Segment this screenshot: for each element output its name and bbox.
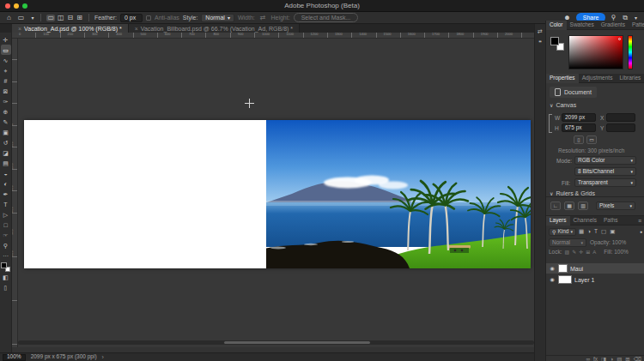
lock-pixels-icon[interactable]: ✎ (572, 250, 576, 255)
eyedropper-tool[interactable]: ✑ (1, 96, 11, 106)
rulers-grids-section-header[interactable]: ∨ Rulers & Grids (550, 190, 595, 196)
eraser-tool[interactable]: ◪ (1, 147, 11, 158)
style-select[interactable]: Normal ▾ (201, 14, 234, 22)
select-and-mask-button[interactable]: Select and Mask... (294, 13, 359, 22)
delete-layer-icon[interactable]: ⌫ (634, 357, 641, 361)
guides-toggle-icon[interactable]: ▥ (578, 202, 588, 210)
gradient-tool[interactable]: ▤ (1, 158, 11, 168)
color-mode-select[interactable]: RGB Color ▾ (574, 156, 636, 165)
rulers-toggle-icon[interactable]: ∟ (550, 202, 561, 210)
document-canvas[interactable] (24, 120, 531, 268)
intersect-selection-icon[interactable]: ⊞ (76, 15, 83, 21)
link-dimensions-bracket[interactable] (549, 114, 552, 133)
tab-layers-layers[interactable]: Layers (546, 216, 570, 226)
layer-row[interactable]: ◉Maui (546, 263, 644, 274)
document-tab[interactable]: ×Vacation_Ad.psd @ 100% (RGB/8) * (12, 24, 129, 33)
horizontal-ruler[interactable]: 0100200300400500600700800900100011001200… (12, 33, 534, 39)
canvas-area[interactable] (18, 39, 534, 347)
blur-tool[interactable]: ◒ (1, 168, 11, 178)
tab-layers-paths[interactable]: Paths (600, 216, 622, 226)
layer-filter-select[interactable]: ⚲ Kind ▾ (549, 228, 576, 236)
shape-filter-icon[interactable]: ▢ (600, 229, 607, 235)
pixel-filter-icon[interactable]: ▦ (578, 229, 585, 235)
layer-group-icon[interactable]: ▧ (617, 357, 622, 361)
opacity-control[interactable]: Opacity: 100% (590, 240, 626, 246)
type-filter-icon[interactable]: T (593, 229, 598, 235)
screen-mode-button[interactable]: ▯ (1, 282, 11, 292)
pen-tool[interactable]: ✒ (1, 189, 11, 199)
tool-preset-caret-icon[interactable]: ▾ (29, 15, 35, 21)
layer-effects-icon[interactable]: fx (593, 357, 598, 361)
lock-position-icon[interactable]: ✛ (579, 250, 583, 255)
canvas-height-input[interactable]: 675 px (562, 123, 596, 132)
fill-control[interactable]: Fill: 100% (604, 250, 629, 256)
healing-brush-tool[interactable]: ⊕ (1, 106, 11, 117)
anti-alias-checkbox[interactable] (146, 15, 151, 21)
adjustment-filter-icon[interactable]: ◑ (586, 229, 592, 235)
feather-input[interactable]: 0 px (120, 14, 143, 22)
layer-visibility-icon[interactable]: ◉ (549, 277, 556, 282)
rectangle-tool[interactable]: □ (1, 220, 11, 230)
lock-transparency-icon[interactable]: ▨ (565, 250, 570, 255)
add-to-selection-icon[interactable]: ◫ (57, 15, 65, 21)
tab-prop-adjustments[interactable]: Adjustments (579, 74, 617, 83)
layer-mask-thumbnail[interactable] (558, 264, 568, 273)
hand-tool[interactable]: ☞ (1, 230, 11, 240)
canvas-width-input[interactable]: 2099 px (562, 113, 596, 122)
new-selection-icon[interactable]: ▭ (46, 15, 55, 21)
tool-preset-marquee-icon[interactable]: ▭ (16, 15, 27, 21)
dodge-tool[interactable]: ◐ (1, 178, 11, 189)
crop-tool[interactable]: # (1, 75, 11, 86)
close-tab-icon[interactable]: × (135, 26, 138, 32)
layer-thumbnail[interactable] (558, 275, 572, 284)
subtract-from-selection-icon[interactable]: ⊟ (67, 15, 75, 21)
layer-mask-icon[interactable]: ◨ (601, 357, 606, 361)
comments-icon[interactable]: ❝ (538, 39, 542, 45)
portrait-orientation-button[interactable]: ▯ (574, 135, 584, 144)
tab-prop-properties[interactable]: Properties (546, 74, 579, 83)
tab-color-gradients[interactable]: Gradients (598, 21, 629, 30)
layer-row[interactable]: ◉Layer 1 (546, 274, 644, 285)
home-icon[interactable]: ⌂ (5, 15, 13, 21)
canvas-y-input[interactable] (606, 123, 635, 132)
clone-stamp-tool[interactable]: ▣ (1, 127, 11, 137)
zoom-tool[interactable]: ⚲ (1, 240, 11, 250)
path-selection-tool[interactable]: ▷ (1, 209, 11, 220)
status-chevron-icon[interactable]: › (102, 354, 104, 360)
swap-dimensions-icon[interactable]: ⇄ (258, 15, 268, 21)
horizontal-scrollbar[interactable] (18, 340, 534, 345)
brush-tool[interactable]: ✎ (1, 117, 11, 127)
hue-slider[interactable] (628, 35, 633, 69)
tab-color-swatches[interactable]: Swatches (567, 21, 598, 30)
color-picker-dot[interactable] (618, 38, 621, 40)
scrollbar-thumb[interactable] (224, 341, 370, 344)
tab-color-color[interactable]: Color (546, 21, 567, 30)
new-layer-icon[interactable]: ⊞ (625, 357, 629, 361)
type-tool[interactable]: T (1, 199, 11, 209)
bit-depth-select[interactable]: 8 Bits/Channel ▾ (574, 167, 636, 176)
adjustment-layer-icon[interactable]: ◑ (610, 357, 613, 361)
canvas-section-header[interactable]: ∨ Canvas (550, 102, 576, 108)
layer-visibility-icon[interactable]: ◉ (549, 266, 556, 271)
tab-color-patterns[interactable]: Patterns (629, 21, 644, 30)
zoom-level-input[interactable]: 100% (3, 354, 26, 361)
landscape-orientation-button[interactable]: ▭ (586, 135, 597, 144)
link-layers-icon[interactable]: ∞ (586, 357, 590, 361)
tab-layers-channels[interactable]: Channels (570, 216, 600, 226)
lasso-tool[interactable]: ∿ (1, 55, 11, 65)
panel-menu-icon[interactable]: ≡ (638, 218, 644, 224)
canvas-fill-select[interactable]: Transparent ▾ (574, 178, 636, 187)
document-tab[interactable]: ×Vacation_Billboard.psd @ 66.7% (Vacatio… (129, 24, 300, 33)
move-tool[interactable]: ✛ (1, 34, 11, 45)
vertical-ruler[interactable]: 0100200300400500600 (12, 39, 18, 347)
tab-prop-libraries[interactable]: Libraries (616, 74, 644, 83)
frame-tool[interactable]: ⊠ (1, 86, 11, 96)
saturation-picker[interactable] (568, 35, 623, 69)
foreground-color-swatch[interactable] (550, 37, 559, 45)
units-select[interactable]: Pixels ▾ (596, 202, 635, 210)
foreground-color-swatch[interactable] (1, 262, 7, 268)
filter-toggle-icon[interactable]: ● (640, 230, 642, 234)
smart-object-filter-icon[interactable]: ▣ (609, 229, 616, 235)
blend-mode-select[interactable]: Normal ▾ (549, 238, 586, 247)
object-selection-tool[interactable]: ⌖ (1, 65, 11, 75)
